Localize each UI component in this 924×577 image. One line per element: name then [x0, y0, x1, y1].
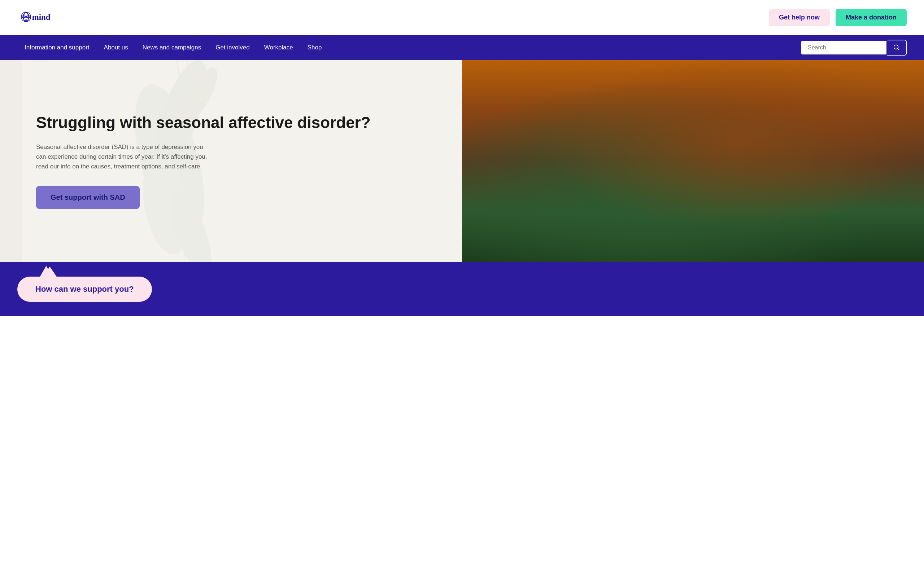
hero-title: Struggling with seasonal affective disor…	[36, 114, 371, 132]
nav-item-get-involved[interactable]: Get involved	[208, 36, 257, 59]
main-nav: Information and support About us News an…	[0, 35, 924, 60]
nav-item-about-us[interactable]: About us	[97, 36, 135, 59]
support-question-text: How can we support you?	[36, 285, 134, 294]
nav-item-shop[interactable]: Shop	[300, 36, 329, 59]
mind-logo: mind	[17, 6, 61, 28]
header-buttons: Get help now Make a donation	[769, 9, 907, 26]
hero-description: Seasonal affective disorder (SAD) is a t…	[36, 142, 209, 172]
site-header: mind Get help now Make a donation	[0, 0, 924, 35]
nav-item-info-support[interactable]: Information and support	[17, 36, 97, 59]
search-input[interactable]	[801, 40, 887, 55]
hero-left-panel: Struggling with seasonal affective disor…	[0, 60, 462, 262]
svg-text:mind: mind	[32, 13, 50, 22]
nav-link-news-campaigns[interactable]: News and campaigns	[135, 36, 208, 59]
hero-photo	[462, 60, 924, 262]
nav-link-about-us[interactable]: About us	[97, 36, 135, 59]
sad-support-button[interactable]: Get support with SAD	[36, 186, 140, 209]
support-question-bubble[interactable]: How can we support you?	[17, 277, 152, 302]
hero-content: Struggling with seasonal affective disor…	[0, 92, 393, 230]
speech-bubble-container: How can we support you?	[17, 277, 152, 302]
nav-link-workplace[interactable]: Workplace	[257, 36, 300, 59]
nav-item-workplace[interactable]: Workplace	[257, 36, 300, 59]
nav-link-shop[interactable]: Shop	[300, 36, 329, 59]
logo-area[interactable]: mind	[17, 6, 61, 28]
hero-right-panel	[462, 60, 924, 262]
hero-section: Struggling with seasonal affective disor…	[0, 60, 924, 262]
nav-links-list: Information and support About us News an…	[17, 36, 329, 59]
get-help-button[interactable]: Get help now	[769, 9, 830, 26]
search-icon	[893, 44, 900, 51]
bottom-section: How can we support you?	[0, 262, 924, 316]
search-area	[801, 40, 907, 56]
photo-overlay	[462, 60, 924, 262]
nav-link-info-support[interactable]: Information and support	[17, 36, 97, 59]
search-button[interactable]	[887, 40, 907, 56]
nav-link-get-involved[interactable]: Get involved	[208, 36, 257, 59]
nav-item-news-campaigns[interactable]: News and campaigns	[135, 36, 208, 59]
make-donation-button[interactable]: Make a donation	[835, 9, 907, 26]
